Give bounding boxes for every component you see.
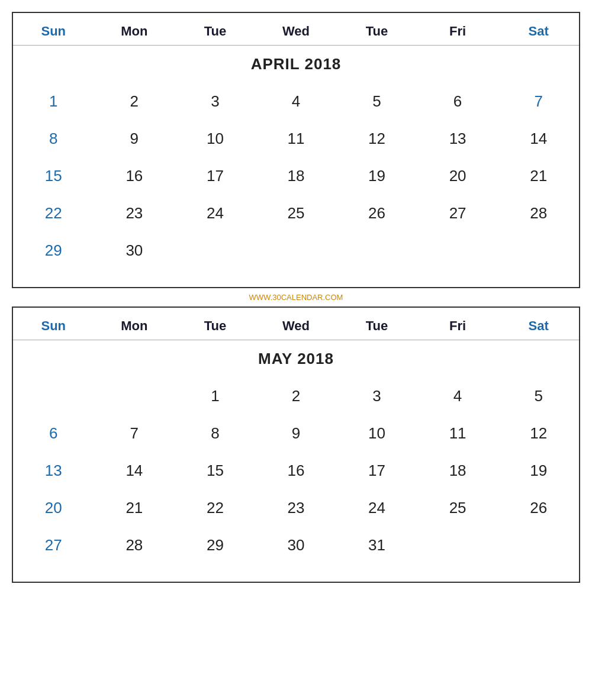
may-header-mon: Mon — [94, 308, 175, 340]
april-day-14: 14 — [498, 120, 579, 157]
april-padding-row — [13, 269, 579, 287]
april-title: APRIL 2018 — [13, 46, 579, 83]
may-day-16: 16 — [256, 452, 337, 489]
april-week-5: 29 30 — [13, 232, 579, 269]
april-header-fri: Fri — [417, 13, 498, 46]
april-day-23: 23 — [94, 195, 175, 232]
april-day-26: 26 — [336, 195, 417, 232]
may-day-17: 17 — [336, 452, 417, 489]
april-day-empty-3 — [336, 232, 417, 269]
may-day-7: 7 — [94, 415, 175, 452]
april-day-19: 19 — [336, 157, 417, 195]
may-day-8: 8 — [175, 415, 256, 452]
may-day-empty-4 — [498, 527, 579, 564]
april-day-6: 6 — [417, 83, 498, 120]
may-day-25: 25 — [417, 489, 498, 527]
april-day-28: 28 — [498, 195, 579, 232]
may-week-4: 20 21 22 23 24 25 26 — [13, 489, 579, 527]
may-day-23: 23 — [256, 489, 337, 527]
april-week-2: 8 9 10 11 12 13 14 — [13, 120, 579, 157]
april-day-15: 15 — [13, 157, 94, 195]
may-header-fri: Fri — [417, 308, 498, 340]
may-day-9: 9 — [256, 415, 337, 452]
april-day-12: 12 — [336, 120, 417, 157]
may-day-19: 19 — [498, 452, 579, 489]
may-day-10: 10 — [336, 415, 417, 452]
may-header-wed: Wed — [256, 308, 337, 340]
april-day-empty-2 — [256, 232, 337, 269]
april-day-8: 8 — [13, 120, 94, 157]
april-header-wed: Wed — [256, 13, 337, 46]
may-day-27: 27 — [13, 527, 94, 564]
april-day-25: 25 — [256, 195, 337, 232]
april-day-16: 16 — [94, 157, 175, 195]
april-week-1: 1 2 3 4 5 6 7 — [13, 83, 579, 120]
may-day-26: 26 — [498, 489, 579, 527]
may-day-24: 24 — [336, 489, 417, 527]
may-day-30: 30 — [256, 527, 337, 564]
may-header-tue: Tue — [175, 308, 256, 340]
april-day-1: 1 — [13, 83, 94, 120]
may-week-1: 1 2 3 4 5 — [13, 378, 579, 415]
april-day-22: 22 — [13, 195, 94, 232]
may-day-empty-2 — [94, 378, 175, 415]
april-day-empty-5 — [498, 232, 579, 269]
april-day-13: 13 — [417, 120, 498, 157]
may-header-sat: Sat — [498, 308, 579, 340]
may-day-18: 18 — [417, 452, 498, 489]
may-day-29: 29 — [175, 527, 256, 564]
may-day-20: 20 — [13, 489, 94, 527]
april-day-empty-4 — [417, 232, 498, 269]
may-day-13: 13 — [13, 452, 94, 489]
april-day-20: 20 — [417, 157, 498, 195]
april-day-21: 21 — [498, 157, 579, 195]
may-day-empty-1 — [13, 378, 94, 415]
may-day-4: 4 — [417, 378, 498, 415]
may-week-5: 27 28 29 30 31 — [13, 527, 579, 564]
may-day-15: 15 — [175, 452, 256, 489]
may-week-2: 6 7 8 9 10 11 12 — [13, 415, 579, 452]
may-title: MAY 2018 — [13, 340, 579, 378]
april-header-sun: Sun — [13, 13, 94, 46]
april-header-tue: Tue — [175, 13, 256, 46]
april-day-17: 17 — [175, 157, 256, 195]
april-day-empty-1 — [175, 232, 256, 269]
april-day-18: 18 — [256, 157, 337, 195]
may-day-3: 3 — [336, 378, 417, 415]
may-header-thu: Tue — [336, 308, 417, 340]
april-day-27: 27 — [417, 195, 498, 232]
april-header-mon: Mon — [94, 13, 175, 46]
may-day-21: 21 — [94, 489, 175, 527]
april-day-7: 7 — [498, 83, 579, 120]
may-day-1: 1 — [175, 378, 256, 415]
april-day-29: 29 — [13, 232, 94, 269]
may-day-22: 22 — [175, 489, 256, 527]
watermark: WWW.30CALENDAR.COM — [12, 288, 580, 307]
may-day-12: 12 — [498, 415, 579, 452]
may-calendar: Sun Mon Tue Wed Tue Fri Sat MAY 2018 1 2… — [12, 307, 580, 583]
april-week-4: 22 23 24 25 26 27 28 — [13, 195, 579, 232]
may-day-28: 28 — [94, 527, 175, 564]
april-day-5: 5 — [336, 83, 417, 120]
april-day-11: 11 — [256, 120, 337, 157]
april-day-2: 2 — [94, 83, 175, 120]
may-day-2: 2 — [256, 378, 337, 415]
april-day-10: 10 — [175, 120, 256, 157]
may-day-31: 31 — [336, 527, 417, 564]
april-day-3: 3 — [175, 83, 256, 120]
april-day-4: 4 — [256, 83, 337, 120]
may-padding-row — [13, 564, 579, 582]
may-day-11: 11 — [417, 415, 498, 452]
april-day-9: 9 — [94, 120, 175, 157]
april-day-24: 24 — [175, 195, 256, 232]
april-calendar: Sun Mon Tue Wed Tue Fri Sat APRIL 2018 1… — [12, 12, 580, 288]
may-week-3: 13 14 15 16 17 18 19 — [13, 452, 579, 489]
april-header-thu: Tue — [336, 13, 417, 46]
april-week-3: 15 16 17 18 19 20 21 — [13, 157, 579, 195]
may-day-6: 6 — [13, 415, 94, 452]
may-day-empty-3 — [417, 527, 498, 564]
may-day-14: 14 — [94, 452, 175, 489]
may-day-5: 5 — [498, 378, 579, 415]
april-header-sat: Sat — [498, 13, 579, 46]
may-header-sun: Sun — [13, 308, 94, 340]
